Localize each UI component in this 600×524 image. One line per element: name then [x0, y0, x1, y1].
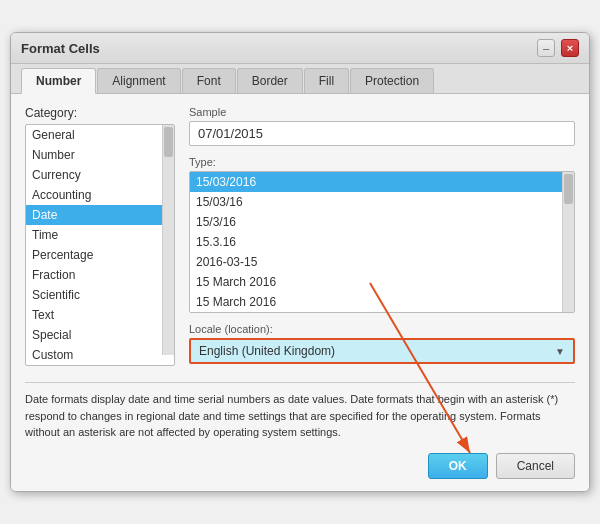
tab-alignment[interactable]: Alignment — [97, 68, 180, 93]
locale-section: Locale (location): English (United Kingd… — [189, 323, 575, 364]
category-item-time[interactable]: Time — [26, 225, 162, 245]
type-item-2[interactable]: 15/3/16 — [190, 212, 562, 232]
category-item-date[interactable]: Date — [26, 205, 162, 225]
category-item-number[interactable]: Number — [26, 145, 162, 165]
locale-value: English (United Kingdom) — [199, 344, 335, 358]
type-section: Type: 15/03/2016 15/03/16 15/3/16 15.3.1… — [189, 156, 575, 313]
dialog-title: Format Cells — [21, 41, 100, 56]
sample-value: 07/01/2015 — [189, 121, 575, 146]
dialog-body: Category: General Number Currency Accoun… — [11, 94, 589, 491]
format-cells-dialog: Format Cells – × Number Alignment Font B… — [10, 32, 590, 492]
cancel-button[interactable]: Cancel — [496, 453, 575, 479]
title-bar: Format Cells – × — [11, 33, 589, 64]
type-scroll-thumb — [564, 174, 573, 204]
type-item-4[interactable]: 2016-03-15 — [190, 252, 562, 272]
category-list[interactable]: General Number Currency Accounting Date … — [26, 125, 162, 365]
locale-dropdown[interactable]: English (United Kingdom) ▼ — [189, 338, 575, 364]
tab-protection[interactable]: Protection — [350, 68, 434, 93]
type-item-1[interactable]: 15/03/16 — [190, 192, 562, 212]
tab-font[interactable]: Font — [182, 68, 236, 93]
tab-number[interactable]: Number — [21, 68, 96, 94]
category-item-custom[interactable]: Custom — [26, 345, 162, 365]
description-text: Date formats display date and time seria… — [25, 382, 575, 441]
category-item-text[interactable]: Text — [26, 305, 162, 325]
sample-label: Sample — [189, 106, 575, 118]
category-scrollbar[interactable] — [162, 125, 174, 355]
type-scrollbar[interactable] — [562, 172, 574, 312]
tab-bar: Number Alignment Font Border Fill Protec… — [11, 64, 589, 94]
title-bar-buttons: – × — [537, 39, 579, 57]
category-item-general[interactable]: General — [26, 125, 162, 145]
type-item-0[interactable]: 15/03/2016 — [190, 172, 562, 192]
category-section: Category: General Number Currency Accoun… — [25, 106, 175, 372]
chevron-down-icon: ▼ — [555, 346, 565, 357]
category-label: Category: — [25, 106, 175, 120]
category-item-currency[interactable]: Currency — [26, 165, 162, 185]
category-item-special[interactable]: Special — [26, 325, 162, 345]
type-list[interactable]: 15/03/2016 15/03/16 15/3/16 15.3.16 2016… — [190, 172, 562, 312]
type-item-5[interactable]: 15 March 2016 — [190, 272, 562, 292]
button-row: OK Cancel — [25, 453, 575, 479]
type-item-3[interactable]: 15.3.16 — [190, 232, 562, 252]
right-section: Sample 07/01/2015 Type: 15/03/2016 15/03… — [189, 106, 575, 372]
main-content: Category: General Number Currency Accoun… — [25, 106, 575, 372]
minimize-button[interactable]: – — [537, 39, 555, 57]
category-item-percentage[interactable]: Percentage — [26, 245, 162, 265]
category-item-accounting[interactable]: Accounting — [26, 185, 162, 205]
category-item-scientific[interactable]: Scientific — [26, 285, 162, 305]
ok-button[interactable]: OK — [428, 453, 488, 479]
category-list-container: General Number Currency Accounting Date … — [25, 124, 175, 366]
locale-label: Locale (location): — [189, 323, 575, 335]
close-button[interactable]: × — [561, 39, 579, 57]
type-item-6[interactable]: 15 March 2016 — [190, 292, 562, 312]
sample-section: Sample 07/01/2015 — [189, 106, 575, 146]
tab-border[interactable]: Border — [237, 68, 303, 93]
category-scroll-thumb — [164, 127, 173, 157]
tab-fill[interactable]: Fill — [304, 68, 349, 93]
category-item-fraction[interactable]: Fraction — [26, 265, 162, 285]
type-label: Type: — [189, 156, 575, 168]
type-list-container: 15/03/2016 15/03/16 15/3/16 15.3.16 2016… — [189, 171, 575, 313]
